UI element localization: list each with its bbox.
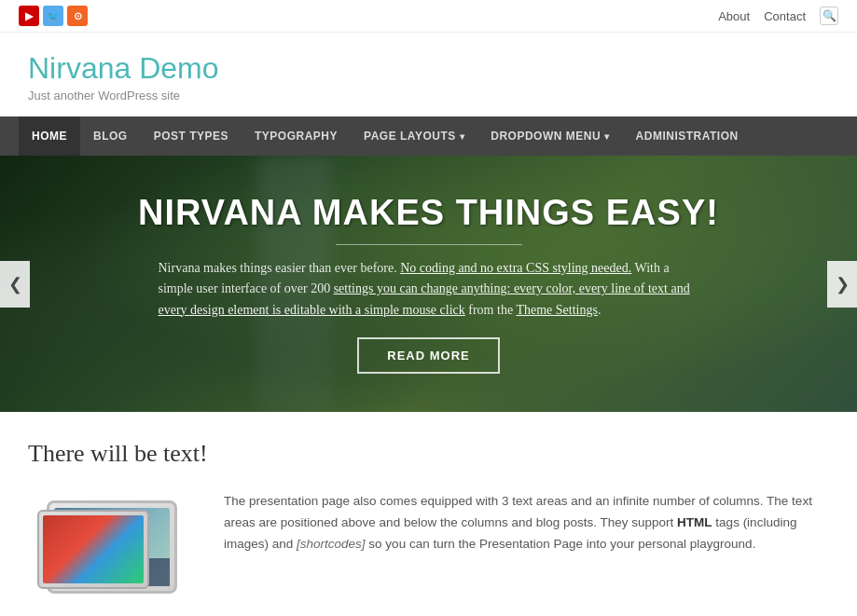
social-icons: ▶ 🐦 ⊙ bbox=[19, 6, 88, 26]
body-text-3: so you can turn the Presentation Page in… bbox=[368, 537, 755, 551]
nav-item-page-layouts[interactable]: PAGE LAYOUTS ▾ bbox=[351, 116, 477, 156]
content-row: The presentation page also comes equippe… bbox=[28, 491, 829, 603]
hero-read-more-button[interactable]: READ MORE bbox=[357, 337, 499, 374]
nav-item-blog[interactable]: BLOG bbox=[80, 116, 141, 156]
twitter-icon[interactable]: 🐦 bbox=[43, 6, 63, 26]
tablet-front bbox=[37, 510, 149, 589]
site-title[interactable]: Nirvana Demo bbox=[28, 51, 219, 85]
hero-theme-settings-link[interactable]: Theme Settings bbox=[516, 303, 598, 317]
nav-item-administration[interactable]: ADMINISTRATION bbox=[623, 116, 752, 156]
site-header: Nirvana Demo Just another WordPress site bbox=[0, 33, 857, 116]
hero-divider bbox=[336, 244, 522, 245]
content-text: The presentation page also comes equippe… bbox=[224, 491, 829, 555]
main-content: There will be text! bbox=[0, 412, 857, 616]
nav-item-dropdown-menu[interactable]: DROPDOWN MENU ▾ bbox=[477, 116, 622, 156]
hero-body: Nirvana makes things easier than ever be… bbox=[159, 258, 699, 321]
body-paragraph: The presentation page also comes equippe… bbox=[224, 491, 829, 555]
slider-prev-button[interactable]: ❮ bbox=[0, 261, 30, 308]
dropdown-menu-arrow: ▾ bbox=[604, 131, 610, 142]
content-image bbox=[28, 491, 196, 603]
body-bold: HTML bbox=[677, 515, 712, 529]
body-italic: [shortcodes] bbox=[297, 537, 366, 551]
hero-slider: ❮ NIRVANA MAKES THINGS EASY! Nirvana mak… bbox=[0, 156, 857, 412]
youtube-icon[interactable]: ▶ bbox=[19, 6, 39, 26]
hero-title: NIRVANA MAKES THINGS EASY! bbox=[138, 194, 719, 233]
hero-content: NIRVANA MAKES THINGS EASY! Nirvana makes… bbox=[0, 156, 857, 412]
hero-highlight-2: settings you can change anything: every … bbox=[159, 281, 690, 316]
page-layouts-arrow: ▾ bbox=[460, 131, 465, 142]
tablet-mockup bbox=[37, 491, 187, 603]
hero-highlight-1: No coding and no extra CSS styling neede… bbox=[400, 261, 631, 275]
about-link[interactable]: About bbox=[718, 9, 750, 23]
search-button[interactable]: 🔍 bbox=[820, 7, 838, 25]
site-tagline: Just another WordPress site bbox=[28, 89, 829, 103]
tablet-front-screen bbox=[43, 515, 144, 583]
contact-link[interactable]: Contact bbox=[764, 9, 806, 23]
nav-item-home[interactable]: HOME bbox=[19, 116, 80, 156]
main-nav: HOME BLOG POST TYPES TYPOGRAPHY PAGE LAY… bbox=[0, 116, 857, 156]
section-title: There will be text! bbox=[28, 440, 829, 468]
top-nav: About Contact 🔍 bbox=[718, 7, 838, 25]
rss-icon[interactable]: ⊙ bbox=[67, 6, 88, 26]
nav-item-typography[interactable]: TYPOGRAPHY bbox=[242, 116, 351, 156]
slider-next-button[interactable]: ❯ bbox=[827, 261, 857, 308]
nav-item-post-types[interactable]: POST TYPES bbox=[141, 116, 242, 156]
top-bar: ▶ 🐦 ⊙ About Contact 🔍 bbox=[0, 0, 857, 33]
